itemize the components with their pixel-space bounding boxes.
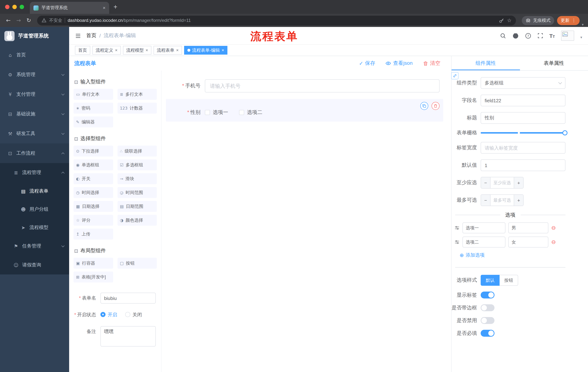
sidebar-item-process-form[interactable]: ▤ 流程表单	[0, 182, 69, 200]
form-remark-textarea[interactable]: 嘿嘿	[100, 326, 156, 347]
label-width-input[interactable]	[481, 142, 566, 154]
browser-tab[interactable]: 芋道管理系统 ×	[30, 2, 109, 14]
component-editor[interactable]: ✎编辑器	[74, 117, 113, 128]
sidebar-item-home[interactable]: ⌂ 首页	[0, 45, 69, 65]
app-logo[interactable]: 芋道管理系统	[0, 27, 69, 45]
tab-form-props[interactable]: 表单属性	[520, 56, 588, 70]
sidebar-item-process-management[interactable]: ≣ 流程管理	[0, 163, 69, 182]
sidebar-toggle-icon[interactable]	[75, 33, 81, 38]
component-type-select[interactable]: 多选框组	[481, 77, 566, 89]
sidebar-item-infrastructure[interactable]: ⊟ 基础设施	[0, 104, 69, 124]
component-select[interactable]: ⊙下拉选择	[74, 146, 113, 157]
browser-menu-icon[interactable]: ⋮	[572, 18, 576, 23]
component-radio-group[interactable]: ◉单选框组	[74, 159, 113, 170]
password-key-icon[interactable]	[499, 18, 504, 23]
add-option-button[interactable]: ⊕ 添加选项	[460, 252, 588, 258]
tag-close-icon[interactable]: ×	[176, 48, 179, 53]
increase-button[interactable]: +	[514, 195, 523, 206]
view-json-button[interactable]: 查看json	[386, 60, 413, 67]
sidebar-item-devtools[interactable]: ⚒ 研发工具	[0, 124, 69, 143]
sidebar-item-process-model[interactable]: ➤ 流程模型	[0, 218, 69, 237]
grid-slider[interactable]	[481, 132, 566, 134]
doc-link-button[interactable]	[451, 72, 459, 79]
option-name-input[interactable]	[462, 237, 505, 247]
sidebar-item-task-management[interactable]: ⚑ 任务管理	[0, 237, 69, 255]
sidebar-item-leave-query[interactable]: ☺ 请假查询	[0, 255, 69, 275]
style-button-button[interactable]: 按钮	[500, 275, 518, 286]
tag-close-icon[interactable]: ×	[115, 48, 117, 53]
chrome-caret-icon[interactable]: ▾	[582, 22, 584, 27]
component-rate[interactable]: ☆评分	[74, 215, 113, 226]
tag-process-form-edit[interactable]: 流程表单-编辑 ×	[184, 46, 227, 55]
component-switch[interactable]: ◐开关	[74, 173, 113, 184]
avatar[interactable]	[561, 31, 574, 41]
security-label[interactable]: 不安全	[49, 17, 62, 23]
title-input[interactable]	[481, 112, 566, 124]
option-name-input[interactable]	[462, 223, 505, 233]
search-icon[interactable]	[500, 32, 506, 39]
phone-field-input[interactable]	[205, 79, 440, 93]
window-close-button[interactable]	[5, 5, 10, 9]
component-time-range[interactable]: ◶时间范围	[117, 187, 157, 198]
component-counter[interactable]: 123计数器	[117, 103, 157, 114]
bookmark-star-icon[interactable]: ☆	[507, 18, 512, 23]
border-switch[interactable]	[481, 304, 494, 311]
component-password[interactable]: ∗密码	[74, 103, 113, 114]
tag-process-form[interactable]: 流程表单 ×	[154, 46, 182, 55]
font-size-icon[interactable]: TT	[549, 33, 555, 38]
option-value-input[interactable]	[508, 223, 548, 233]
help-icon[interactable]: ?	[525, 32, 531, 39]
sidebar-item-system[interactable]: ⚙ 系统管理	[0, 65, 69, 85]
tag-close-icon[interactable]: ×	[146, 48, 148, 53]
remove-option-icon[interactable]: ⊖	[551, 239, 556, 245]
default-value-input[interactable]	[481, 159, 566, 171]
github-icon[interactable]	[512, 32, 519, 39]
avatar-caret-icon[interactable]: ▾	[580, 35, 582, 39]
min-select-value[interactable]: 至少应选	[491, 177, 514, 188]
slider-handle[interactable]	[562, 130, 567, 135]
window-zoom-button[interactable]	[20, 5, 24, 9]
component-date-picker[interactable]: ▦日期选择	[74, 201, 113, 212]
new-tab-button[interactable]: +	[114, 3, 117, 11]
component-date-range[interactable]: ▤日期范围	[117, 201, 157, 212]
tab-close-icon[interactable]: ×	[103, 5, 105, 11]
canvas-item-phone[interactable]: 手机号	[166, 75, 443, 97]
tag-home[interactable]: 首页	[75, 46, 90, 55]
breadcrumb-home[interactable]: 首页	[86, 32, 96, 39]
tag-process-definition[interactable]: 流程定义 ×	[92, 46, 121, 55]
component-cascader[interactable]: ∴级联选择	[117, 146, 157, 157]
option-value-input[interactable]	[508, 237, 548, 247]
component-checkbox-group[interactable]: ☑多选框组	[117, 159, 157, 170]
required-switch[interactable]	[481, 330, 494, 337]
component-table[interactable]: ⊞表格[开发中]	[74, 272, 113, 282]
update-button[interactable]: 更新 ⋮	[557, 16, 580, 25]
component-color-picker[interactable]: ◑颜色选择	[117, 215, 157, 226]
component-single-line-text[interactable]: ▭单行文本	[74, 89, 113, 100]
field-name-input[interactable]	[481, 95, 566, 106]
window-minimize-button[interactable]	[12, 5, 17, 9]
tab-component-props[interactable]: 组件属性	[452, 56, 520, 70]
component-multi-line-text[interactable]: ≣多行文本	[117, 89, 157, 100]
sidebar-item-payment[interactable]: ¥ 支付管理	[0, 85, 69, 104]
status-on-radio[interactable]: 开启	[100, 309, 117, 320]
sidebar-item-user-group[interactable]: ☻ 用户分组	[0, 200, 69, 218]
disabled-switch[interactable]	[481, 317, 494, 324]
status-off-radio[interactable]: 关闭	[125, 309, 142, 320]
tag-process-model[interactable]: 流程模型 ×	[123, 46, 151, 55]
style-default-button[interactable]: 默认	[481, 275, 500, 286]
tag-close-icon[interactable]: ×	[221, 48, 224, 53]
gender-option-1-checkbox[interactable]: 选项一	[205, 109, 228, 116]
sidebar-item-workflow[interactable]: ⊡ 工作流程	[0, 143, 69, 163]
decrease-button[interactable]: −	[481, 195, 491, 206]
canvas-item-gender[interactable]: 性别 选项一 选项二	[166, 99, 443, 122]
show-label-switch[interactable]	[481, 292, 494, 298]
drag-handle-icon[interactable]	[454, 225, 460, 230]
delete-item-button[interactable]	[431, 102, 440, 110]
fullscreen-icon[interactable]	[537, 33, 543, 39]
increase-button[interactable]: +	[514, 177, 523, 188]
forward-button[interactable]: →	[14, 17, 23, 24]
remove-option-icon[interactable]: ⊖	[551, 224, 556, 231]
reload-button[interactable]: ↻	[24, 17, 33, 24]
back-button[interactable]: ←	[4, 17, 13, 24]
address-bar[interactable]: 不安全 dashboard.yudao.iocoder.cn/bpm/manag…	[37, 15, 516, 25]
